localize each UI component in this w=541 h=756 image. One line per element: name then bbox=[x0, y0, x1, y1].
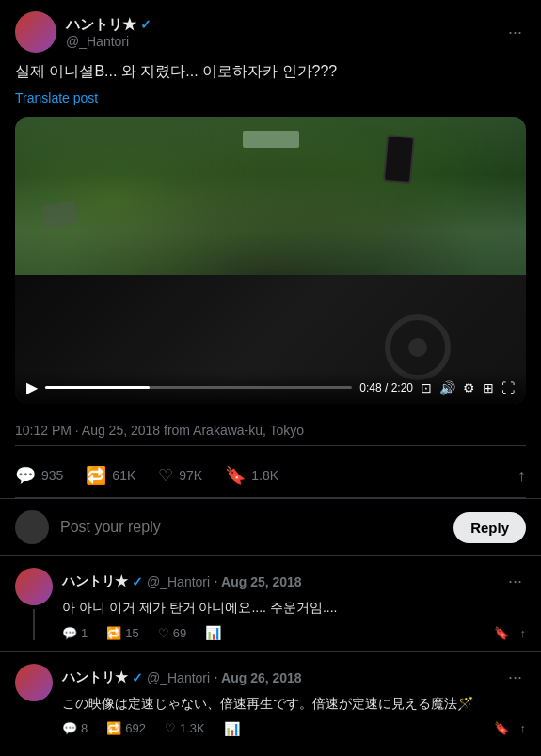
comment-retweets-count-2: 692 bbox=[125, 721, 146, 735]
tweet-header: ハントリ★ ✓ @_Hantori ··· bbox=[15, 11, 526, 53]
comment-right-actions-2: 🔖 ↑ bbox=[494, 721, 527, 736]
reply-compose: Reply bbox=[0, 499, 541, 556]
comment-avatar-1[interactable] bbox=[15, 568, 53, 605]
comment-display-name-1: ハントリ★ bbox=[62, 573, 128, 590]
comment-date-1: · bbox=[214, 574, 217, 589]
reply-input[interactable] bbox=[60, 519, 442, 536]
comment-retweet-icon-1: 🔁 bbox=[106, 626, 121, 640]
comments-section: ハントリ★ ✓ @_Hantori · Aug 25, 2018 ··· 아 아… bbox=[0, 556, 541, 748]
comment-actions-1: 💬 1 🔁 15 ♡ 69 📊 🔖 bbox=[62, 625, 526, 640]
username: @_Hantori bbox=[66, 34, 151, 49]
tweet-author-info: ハントリ★ ✓ @_Hantori bbox=[15, 11, 151, 53]
comment-chart-2[interactable]: 📊 bbox=[224, 721, 240, 736]
retweets-count: 61K bbox=[112, 468, 135, 483]
comment-verified-1: ✓ bbox=[132, 574, 143, 589]
comment-user-2: ハントリ★ ✓ @_Hantori · Aug 26, 2018 bbox=[62, 669, 302, 686]
replies-stat[interactable]: 💬 935 bbox=[15, 465, 63, 486]
avatar[interactable] bbox=[15, 11, 56, 53]
progress-fill bbox=[45, 386, 150, 389]
comment-like-1[interactable]: ♡ 69 bbox=[158, 625, 186, 640]
subtitles-icon[interactable]: ⊡ bbox=[421, 380, 432, 395]
reply-button[interactable]: Reply bbox=[453, 512, 526, 543]
video-player[interactable]: ▶ 0:48 / 2:20 ⊡ 🔊 ⚙ ⊞ ⛶ bbox=[15, 117, 526, 404]
like-icon: ♡ bbox=[158, 465, 173, 486]
tweet-main: ハントリ★ ✓ @_Hantori ··· 실제 이니셜B... 와 지렸다..… bbox=[0, 0, 541, 499]
thread-line-1 bbox=[33, 609, 35, 640]
rearview-mirror bbox=[243, 131, 299, 148]
comment-replies-count-2: 8 bbox=[81, 721, 88, 735]
share-stat[interactable]: ↑ bbox=[517, 465, 526, 486]
share-icon: ↑ bbox=[517, 466, 526, 486]
tweet-meta: 10:12 PM · Aug 25, 2018 from Arakawa-ku,… bbox=[15, 415, 526, 446]
side-mirror-left bbox=[41, 201, 78, 230]
comment-date-text-2: Aug 26, 2018 bbox=[221, 670, 302, 685]
comment-share-2[interactable]: ↑ bbox=[520, 721, 527, 736]
comment-like-icon-2: ♡ bbox=[165, 721, 176, 735]
retweets-stat[interactable]: 🔁 61K bbox=[86, 465, 135, 486]
comment-like-2[interactable]: ♡ 1.3K bbox=[165, 721, 205, 736]
comment-content-2: ハントリ★ ✓ @_Hantori · Aug 26, 2018 ··· この映… bbox=[62, 664, 526, 736]
comment-avatar-2[interactable] bbox=[15, 664, 53, 701]
comment-1: ハントリ★ ✓ @_Hantori · Aug 25, 2018 ··· 아 아… bbox=[0, 556, 541, 652]
comment-verified-2: ✓ bbox=[132, 670, 143, 685]
comment-share-icon-2: ↑ bbox=[520, 721, 527, 735]
reply-avatar bbox=[15, 510, 49, 544]
likes-count: 97K bbox=[179, 468, 202, 483]
comment-share-1[interactable]: ↑ bbox=[520, 625, 527, 640]
more-options-icon[interactable]: ··· bbox=[504, 19, 526, 46]
comment-chart-1[interactable]: 📊 bbox=[205, 625, 221, 640]
comment-likes-count-2: 1.3K bbox=[180, 721, 205, 735]
dashboard-phone bbox=[383, 135, 415, 184]
comment-replies-count-1: 1 bbox=[81, 626, 88, 640]
comment-reply-1[interactable]: 💬 1 bbox=[62, 625, 88, 640]
tweet-text: 실제 이니셜B... 와 지렸다... 이로하자카 인가??? bbox=[15, 60, 526, 83]
comment-reply-icon-2: 💬 bbox=[62, 721, 77, 735]
comment-more-2[interactable]: ··· bbox=[504, 664, 526, 691]
comment-actions-2: 💬 8 🔁 692 ♡ 1.3K 📊 🔖 bbox=[62, 721, 526, 736]
comment-reply-icon-1: 💬 bbox=[62, 626, 77, 640]
comment-retweet-2[interactable]: 🔁 692 bbox=[106, 721, 146, 736]
likes-stat[interactable]: ♡ 97K bbox=[158, 465, 202, 486]
comment-more-1[interactable]: ··· bbox=[504, 568, 526, 595]
play-button[interactable]: ▶ bbox=[26, 378, 38, 396]
comment-bookmark-icon-2: 🔖 bbox=[494, 721, 509, 735]
comment-date-text-1: Aug 25, 2018 bbox=[221, 574, 302, 589]
progress-bar[interactable] bbox=[45, 386, 352, 389]
chart-icon-2: 📊 bbox=[224, 721, 240, 736]
comment-header-1: ハントリ★ ✓ @_Hantori · Aug 25, 2018 ··· bbox=[62, 568, 526, 595]
retweet-icon: 🔁 bbox=[86, 465, 106, 486]
fullscreen-icon[interactable]: ⛶ bbox=[501, 380, 515, 395]
comment-reply-2[interactable]: 💬 8 bbox=[62, 721, 88, 736]
comment-left-1 bbox=[15, 568, 53, 640]
comment-right-actions-1: 🔖 ↑ bbox=[494, 625, 527, 640]
comment-bookmark-2[interactable]: 🔖 bbox=[494, 721, 509, 736]
comment-username-1: @_Hantori bbox=[147, 574, 210, 589]
volume-icon[interactable]: 🔊 bbox=[439, 380, 455, 395]
reply-icon: 💬 bbox=[15, 465, 36, 486]
bookmarks-stat[interactable]: 🔖 1.8K bbox=[225, 465, 278, 486]
display-name: ハントリ★ ✓ bbox=[66, 16, 151, 34]
comment-display-name-2: ハントリ★ bbox=[62, 669, 128, 686]
comment-retweet-icon-2: 🔁 bbox=[106, 721, 121, 735]
comment-text-2: この映像は定速じゃない、倍速再生です。倍速が定速に見える魔法🪄 bbox=[62, 695, 526, 714]
bookmark-icon: 🔖 bbox=[225, 465, 246, 486]
comment-left-2 bbox=[15, 664, 53, 736]
chart-icon-1: 📊 bbox=[205, 625, 221, 640]
pip-icon[interactable]: ⊞ bbox=[483, 380, 494, 395]
comment-header-2: ハントリ★ ✓ @_Hantori · Aug 26, 2018 ··· bbox=[62, 664, 526, 691]
settings-icon[interactable]: ⚙ bbox=[463, 380, 475, 395]
comment-bookmark-1[interactable]: 🔖 bbox=[494, 625, 509, 640]
replies-count: 935 bbox=[41, 468, 63, 483]
video-controls: ▶ 0:48 / 2:20 ⊡ 🔊 ⚙ ⊞ ⛶ bbox=[15, 371, 526, 404]
video-thumbnail bbox=[15, 117, 526, 404]
comment-share-icon-1: ↑ bbox=[520, 626, 527, 640]
comment-likes-count-1: 69 bbox=[173, 626, 186, 640]
verified-icon: ✓ bbox=[140, 17, 151, 32]
comment-text-1: 아 아니 이거 제가 탄거 아니에요.... 주운거임.... bbox=[62, 599, 526, 618]
comment-bookmark-icon-1: 🔖 bbox=[494, 626, 509, 640]
comment-retweets-count-1: 15 bbox=[125, 626, 138, 640]
comment-retweet-1[interactable]: 🔁 15 bbox=[106, 625, 138, 640]
comment-content-1: ハントリ★ ✓ @_Hantori · Aug 25, 2018 ··· 아 아… bbox=[62, 568, 526, 640]
comment-like-icon-1: ♡ bbox=[158, 626, 169, 640]
translate-link[interactable]: Translate post bbox=[15, 90, 526, 105]
